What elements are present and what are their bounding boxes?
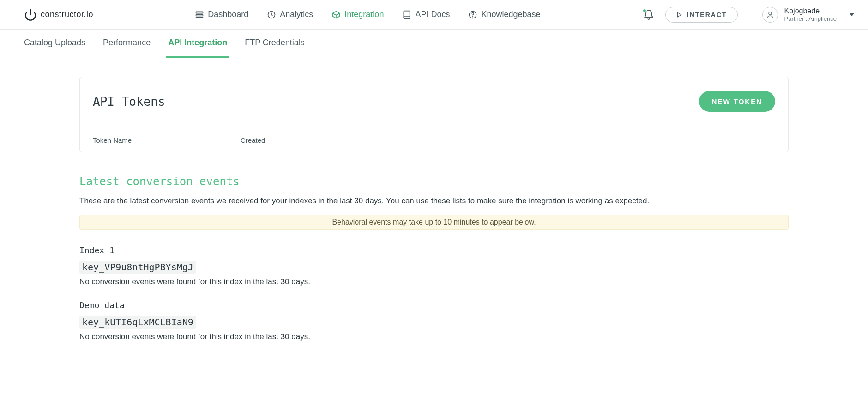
- new-token-button[interactable]: NEW TOKEN: [699, 91, 775, 112]
- card-head: API Tokens NEW TOKEN: [93, 91, 775, 112]
- col-token-name: Token Name: [93, 136, 241, 144]
- tab-ftp-credentials[interactable]: FTP Credentials: [243, 30, 307, 58]
- svg-point-10: [769, 12, 772, 15]
- panel: API Tokens NEW TOKEN Token Name Created …: [79, 77, 789, 341]
- events-section-title: Latest conversion events: [79, 175, 789, 188]
- nav-label: Integration: [344, 10, 384, 19]
- account-menu[interactable]: Kojogbede Partner : Amplience: [749, 0, 854, 30]
- tab-catalog-uploads[interactable]: Catalog Uploads: [22, 30, 87, 58]
- notifications-button[interactable]: [643, 9, 654, 20]
- user-name: Kojogbede: [784, 6, 837, 15]
- notification-badge: [642, 8, 647, 13]
- integration-icon: [332, 10, 341, 19]
- power-icon: [24, 8, 37, 21]
- tab-api-integration[interactable]: API Integration: [166, 30, 229, 58]
- help-icon: [468, 10, 477, 19]
- content: API Tokens NEW TOKEN Token Name Created …: [0, 58, 868, 383]
- index-name: Index 1: [79, 245, 789, 255]
- avatar: [762, 7, 778, 23]
- logo-wordmark: constructor.io: [41, 10, 93, 19]
- user-subtitle: Partner : Amplience: [784, 15, 837, 23]
- svg-marker-11: [850, 13, 854, 16]
- nav-label: Analytics: [280, 10, 313, 19]
- topbar: constructor.io Dashboard Analytics Integ…: [0, 0, 868, 30]
- nav-label: Knowledgebase: [481, 10, 540, 19]
- topbar-right: INTERACT Kojogbede Partner : Amplience: [643, 0, 868, 30]
- svg-rect-3: [196, 17, 203, 18]
- new-token-label: NEW TOKEN: [712, 97, 762, 105]
- index-name: Demo data: [79, 300, 789, 310]
- nav-label: API Docs: [415, 10, 450, 19]
- index-key: key_kUTI6qLxMCLBIaN9: [79, 316, 196, 329]
- analytics-icon: [267, 10, 276, 19]
- behavioral-note: Behavioral events may take up to 10 minu…: [79, 215, 789, 230]
- nav-analytics[interactable]: Analytics: [266, 8, 314, 21]
- nav-label: Dashboard: [208, 10, 248, 19]
- nav-dashboard[interactable]: Dashboard: [194, 8, 249, 21]
- svg-marker-9: [677, 12, 681, 17]
- subnav: Catalog Uploads Performance API Integrat…: [0, 30, 868, 58]
- tab-label: Catalog Uploads: [24, 38, 85, 48]
- tab-label: FTP Credentials: [245, 38, 305, 48]
- index-empty-message: No conversion events were found for this…: [79, 277, 789, 286]
- tab-label: Performance: [103, 38, 151, 48]
- tab-performance[interactable]: Performance: [101, 30, 152, 58]
- tab-label: API Integration: [168, 38, 227, 48]
- dashboard-icon: [195, 10, 204, 19]
- user-text: Kojogbede Partner : Amplience: [784, 6, 837, 23]
- book-icon: [402, 10, 411, 19]
- index-empty-message: No conversion events were found for this…: [79, 332, 789, 341]
- nav-api-docs[interactable]: API Docs: [401, 8, 451, 21]
- card-title: API Tokens: [93, 95, 165, 109]
- svg-rect-2: [196, 14, 203, 16]
- play-icon: [676, 12, 682, 18]
- nav-knowledgebase[interactable]: Knowledgebase: [467, 8, 541, 21]
- main-nav: Dashboard Analytics Integration API Docs…: [92, 8, 643, 21]
- svg-point-8: [473, 16, 473, 17]
- interact-button[interactable]: INTERACT: [665, 7, 738, 23]
- api-tokens-card: API Tokens NEW TOKEN Token Name Created: [79, 77, 789, 152]
- user-icon: [766, 11, 774, 19]
- index-key: key_VP9u8ntHgPBYsMgJ: [79, 261, 196, 274]
- events-section-description: These are the latest conversion events w…: [79, 196, 789, 206]
- col-created: Created: [241, 136, 775, 144]
- interact-label: INTERACT: [687, 11, 727, 18]
- svg-rect-1: [196, 12, 203, 13]
- token-table-header: Token Name Created: [93, 130, 775, 152]
- nav-integration[interactable]: Integration: [331, 8, 385, 21]
- caret-down-icon: [850, 12, 854, 17]
